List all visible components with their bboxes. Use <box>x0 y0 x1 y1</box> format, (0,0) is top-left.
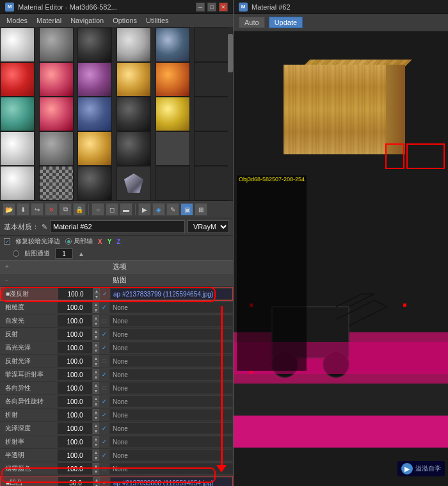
tex-channel-radio[interactable] <box>13 250 19 257</box>
maps-section-header[interactable]: − 贴图 <box>0 273 233 287</box>
prop-value-input-1[interactable] <box>58 302 93 313</box>
spin-up-13[interactable]: ▲ <box>93 463 99 469</box>
thumb-25[interactable] <box>0 166 35 200</box>
prop-check-13[interactable]: □ <box>99 466 109 472</box>
picker-button[interactable]: ✎ <box>166 203 179 216</box>
spin-down-0[interactable]: ▼ <box>93 294 100 300</box>
reset-map-button[interactable]: ✕ <box>45 203 58 216</box>
prop-value-input-12[interactable] <box>58 450 93 461</box>
menu-modes[interactable]: Modes <box>3 15 31 26</box>
prop-map-btn-4[interactable]: None <box>109 342 233 353</box>
spin-down-5[interactable]: ▼ <box>93 361 99 367</box>
prop-value-input-0[interactable] <box>58 288 93 300</box>
assign-material-button[interactable]: ↪ <box>31 203 44 216</box>
spin-up-8[interactable]: ▲ <box>93 396 99 401</box>
spin-down-8[interactable]: ▼ <box>93 401 99 407</box>
options-toggle-icon[interactable]: + <box>5 263 9 270</box>
thumb-3[interactable] <box>77 28 112 62</box>
options-section-header[interactable]: + 选项 <box>0 260 233 273</box>
prop-map-btn-9[interactable]: None <box>109 409 233 421</box>
video-preview-button[interactable]: ▶ <box>138 203 151 216</box>
prop-value-input-13[interactable] <box>58 463 93 474</box>
prop-check-12[interactable]: ✓ <box>99 452 109 458</box>
maps-toggle-icon[interactable]: − <box>5 277 9 284</box>
thumb-9[interactable] <box>77 62 112 97</box>
thumb-7[interactable] <box>0 62 35 97</box>
prop-map-btn-0[interactable]: ap #2137833799 (1125594654.jpg) <box>110 288 232 300</box>
prop-map-btn-10[interactable]: None <box>109 423 233 434</box>
menu-navigation[interactable]: Navigation <box>67 15 108 26</box>
material-name-input[interactable] <box>50 220 185 233</box>
spin-up-0[interactable]: ▲ <box>93 288 100 294</box>
put-material-button[interactable]: ⬇ <box>17 203 29 216</box>
unique-material-button[interactable]: 🔒 <box>73 203 86 216</box>
prop-check-10[interactable]: ✓ <box>99 425 109 432</box>
thumb-18[interactable] <box>194 97 228 131</box>
thumb-8[interactable] <box>39 62 74 97</box>
prop-check-6[interactable]: ✓ <box>99 371 109 378</box>
spin-down-12[interactable]: ▼ <box>93 455 99 461</box>
prop-map-btn-14[interactable]: ap #2137833800 (1125594654.jpg) <box>110 477 232 486</box>
tex-channel-input[interactable] <box>55 248 73 259</box>
spin-up-14[interactable]: ▲ <box>93 477 100 483</box>
thumb-13[interactable] <box>0 97 35 131</box>
thumb-30[interactable] <box>194 166 228 200</box>
spin-up-4[interactable]: ▲ <box>93 342 99 348</box>
thumb-10[interactable] <box>116 62 151 97</box>
spin-down-6[interactable]: ▼ <box>93 375 99 380</box>
prop-map-btn-7[interactable]: None <box>109 382 233 394</box>
spin-up-9[interactable]: ▲ <box>93 409 99 415</box>
thumb-15[interactable] <box>77 97 112 131</box>
spin-up-11[interactable]: ▲ <box>93 436 99 442</box>
prop-value-input-6[interactable] <box>58 369 93 380</box>
prop-check-5[interactable]: □ <box>99 358 109 364</box>
thumb-23[interactable] <box>156 131 190 166</box>
spin-down-2[interactable]: ▼ <box>93 321 99 327</box>
prop-value-input-7[interactable] <box>58 382 93 394</box>
fix-dark-checkbox[interactable] <box>4 238 10 245</box>
prop-value-input-9[interactable] <box>58 409 93 421</box>
get-material-button[interactable]: 📂 <box>3 203 15 216</box>
prop-map-btn-12[interactable]: None <box>109 450 233 461</box>
thumb-1[interactable] <box>0 28 35 62</box>
cube-preview-button[interactable]: ◻ <box>106 203 118 216</box>
spin-up-5[interactable]: ▲ <box>93 355 99 361</box>
spin-down-14[interactable]: ▼ <box>93 483 100 486</box>
prop-check-7[interactable]: □ <box>99 385 109 391</box>
prop-value-input-3[interactable] <box>58 328 93 340</box>
generate-preview-button[interactable]: ▣ <box>180 203 193 216</box>
tex-channel-spinner-up[interactable]: ▲ <box>78 250 84 257</box>
close-button[interactable]: ✕ <box>219 3 228 12</box>
thumb-28[interactable] <box>116 166 151 200</box>
prop-value-input-2[interactable] <box>58 315 93 327</box>
thumb-22[interactable] <box>116 131 151 166</box>
prop-value-input-4[interactable] <box>58 342 93 353</box>
copy-material-button[interactable]: ⧉ <box>59 203 72 216</box>
thumb-2[interactable] <box>39 28 74 62</box>
spin-up-12[interactable]: ▲ <box>93 450 99 455</box>
prop-map-btn-6[interactable]: None <box>109 369 233 380</box>
thumb-26[interactable] <box>39 166 74 200</box>
material-browser-button[interactable]: ⊞ <box>195 203 207 216</box>
prop-check-4[interactable]: ✓ <box>99 344 109 351</box>
prop-check-11[interactable]: ✓ <box>99 439 109 445</box>
spin-down-13[interactable]: ▼ <box>93 469 99 474</box>
prop-check-2[interactable]: □ <box>99 318 109 324</box>
spin-up-6[interactable]: ▲ <box>93 369 99 375</box>
thumb-20[interactable] <box>39 131 74 166</box>
spin-down-1[interactable]: ▼ <box>93 307 99 313</box>
spin-up-1[interactable]: ▲ <box>93 302 99 307</box>
menu-material[interactable]: Material <box>33 15 65 26</box>
menu-utilities[interactable]: Utilities <box>142 15 172 26</box>
prop-value-input-14[interactable] <box>58 477 93 486</box>
prop-map-btn-3[interactable]: None <box>109 328 233 340</box>
spin-down-10[interactable]: ▼ <box>93 428 99 434</box>
thumb-16[interactable] <box>116 97 151 131</box>
minimize-button[interactable]: ─ <box>196 3 205 12</box>
prop-map-btn-1[interactable]: None <box>109 302 233 313</box>
scrollbar-thumb[interactable] <box>228 34 233 72</box>
prop-map-btn-5[interactable]: None <box>109 355 233 367</box>
thumb-19[interactable] <box>0 131 35 166</box>
thumb-6[interactable] <box>194 28 228 62</box>
thumb-5[interactable] <box>156 28 190 62</box>
